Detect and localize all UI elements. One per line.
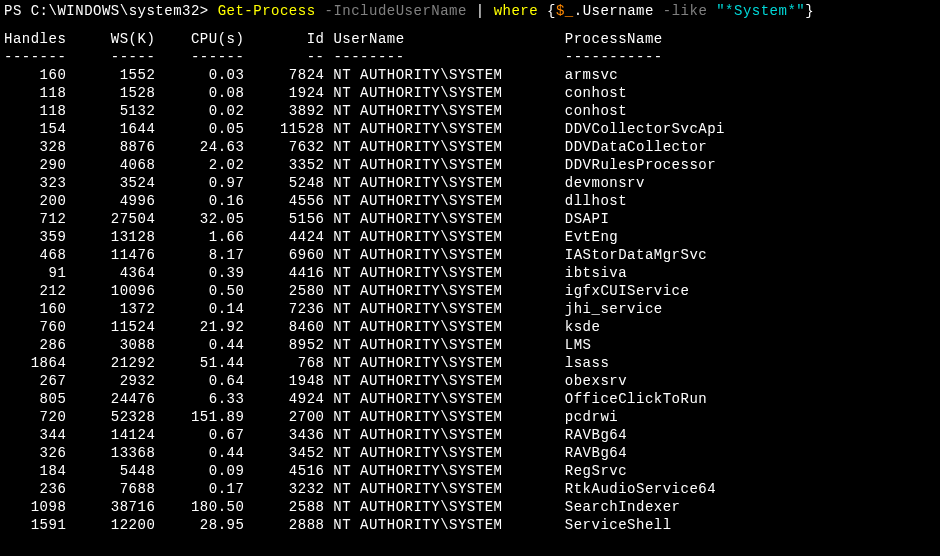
header-cpu: CPU(s) xyxy=(155,31,244,47)
table-row: 236 7688 0.17 3232 NT AUTHORITY\SYSTEM R… xyxy=(4,480,936,498)
table-row: 200 4996 0.16 4556 NT AUTHORITY\SYSTEM d… xyxy=(4,192,936,210)
table-row: 160 1372 0.14 7236 NT AUTHORITY\SYSTEM j… xyxy=(4,300,936,318)
pipe-operator: | xyxy=(467,3,494,19)
table-row: 323 3524 0.97 5248 NT AUTHORITY\SYSTEM d… xyxy=(4,174,936,192)
table-body: 160 1552 0.03 7824 NT AUTHORITY\SYSTEM a… xyxy=(4,66,936,534)
variable-dollar-underscore: $_ xyxy=(556,3,574,19)
process-table: Handles WS(K) CPU(s) Id UserName Process… xyxy=(4,30,936,534)
table-row: 1591 12200 28.95 2888 NT AUTHORITY\SYSTE… xyxy=(4,516,936,534)
sep-processname: ----------- xyxy=(565,49,663,65)
table-row: 154 1644 0.05 11528 NT AUTHORITY\SYSTEM … xyxy=(4,120,936,138)
header-id: Id xyxy=(244,31,324,47)
table-row: 712 27504 32.05 5156 NT AUTHORITY\SYSTEM… xyxy=(4,210,936,228)
table-row: 212 10096 0.50 2580 NT AUTHORITY\SYSTEM … xyxy=(4,282,936,300)
table-row: 805 24476 6.33 4924 NT AUTHORITY\SYSTEM … xyxy=(4,390,936,408)
table-row: 160 1552 0.03 7824 NT AUTHORITY\SYSTEM a… xyxy=(4,66,936,84)
table-row: 286 3088 0.44 8952 NT AUTHORITY\SYSTEM L… xyxy=(4,336,936,354)
string-system-wildcard: "*System*" xyxy=(716,3,805,19)
table-row: 359 13128 1.66 4424 NT AUTHORITY\SYSTEM … xyxy=(4,228,936,246)
operator-like: -like xyxy=(663,3,716,19)
table-row: 184 5448 0.09 4516 NT AUTHORITY\SYSTEM R… xyxy=(4,462,936,480)
header-handles: Handles xyxy=(4,31,66,47)
sep-ws: ----- xyxy=(66,49,155,65)
table-row: 91 4364 0.39 4416 NT AUTHORITY\SYSTEM ib… xyxy=(4,264,936,282)
table-row: 328 8876 24.63 7632 NT AUTHORITY\SYSTEM … xyxy=(4,138,936,156)
table-separator: ------- ----- ------ -- -------- -------… xyxy=(4,48,936,66)
command-prompt-line[interactable]: PS C:\WINDOWS\system32> Get-Process -Inc… xyxy=(4,2,936,20)
brace-close: } xyxy=(805,3,814,19)
param-include-username: -IncludeUserName xyxy=(316,3,467,19)
property-username: .Username xyxy=(574,3,663,19)
cmdlet-get-process: Get-Process xyxy=(209,3,316,19)
table-row: 344 14124 0.67 3436 NT AUTHORITY\SYSTEM … xyxy=(4,426,936,444)
header-ws: WS(K) xyxy=(66,31,155,47)
table-row: 326 13368 0.44 3452 NT AUTHORITY\SYSTEM … xyxy=(4,444,936,462)
table-row: 720 52328 151.89 2700 NT AUTHORITY\SYSTE… xyxy=(4,408,936,426)
sep-cpu: ------ xyxy=(155,49,244,65)
header-processname: ProcessName xyxy=(565,31,663,47)
table-row: 1098 38716 180.50 2588 NT AUTHORITY\SYST… xyxy=(4,498,936,516)
sep-username: -------- xyxy=(333,49,564,65)
brace-open: { xyxy=(538,3,556,19)
table-header: Handles WS(K) CPU(s) Id UserName Process… xyxy=(4,30,936,48)
table-row: 267 2932 0.64 1948 NT AUTHORITY\SYSTEM o… xyxy=(4,372,936,390)
sep-handles: ------- xyxy=(4,49,66,65)
sep-id: -- xyxy=(244,49,324,65)
cmdlet-where: where xyxy=(494,3,539,19)
table-row: 118 1528 0.08 1924 NT AUTHORITY\SYSTEM c… xyxy=(4,84,936,102)
ps-prefix: PS xyxy=(4,3,31,19)
table-row: 118 5132 0.02 3892 NT AUTHORITY\SYSTEM c… xyxy=(4,102,936,120)
header-username: UserName xyxy=(333,31,564,47)
table-row: 760 11524 21.92 8460 NT AUTHORITY\SYSTEM… xyxy=(4,318,936,336)
table-row: 290 4068 2.02 3352 NT AUTHORITY\SYSTEM D… xyxy=(4,156,936,174)
table-row: 468 11476 8.17 6960 NT AUTHORITY\SYSTEM … xyxy=(4,246,936,264)
current-path: C:\WINDOWS\system32> xyxy=(31,3,209,19)
table-row: 1864 21292 51.44 768 NT AUTHORITY\SYSTEM… xyxy=(4,354,936,372)
